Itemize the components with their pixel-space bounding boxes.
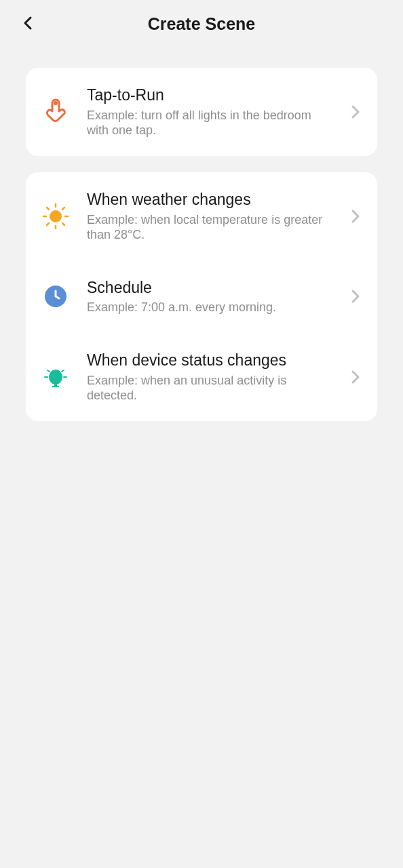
text-wrap: When device status changes Example: when…: [87, 351, 349, 403]
svg-point-1: [50, 210, 62, 222]
row-title: When weather changes: [87, 190, 328, 210]
svg-point-11: [49, 370, 62, 384]
chevron-right-icon: [349, 290, 362, 303]
device-icon: [41, 362, 71, 392]
row-title: Schedule: [87, 278, 328, 298]
svg-line-16: [47, 370, 50, 372]
svg-line-8: [47, 223, 49, 225]
content: Tap-to-Run Example: turn off all lights …: [0, 47, 403, 421]
row-weather[interactable]: When weather changes Example: when local…: [26, 172, 377, 260]
svg-line-7: [62, 223, 64, 225]
sun-icon: [41, 201, 71, 231]
row-tap-to-run[interactable]: Tap-to-Run Example: turn off all lights …: [26, 68, 377, 156]
row-subtitle: Example: when local temperature is great…: [87, 212, 328, 243]
row-schedule[interactable]: Schedule Example: 7:00 a.m. every mornin…: [26, 260, 377, 333]
text-wrap: Tap-to-Run Example: turn off all lights …: [87, 85, 349, 138]
svg-rect-13: [52, 386, 59, 387]
row-subtitle: Example: when an unusual activity is det…: [87, 373, 328, 403]
chevron-right-icon: [349, 210, 362, 223]
page-title: Create Scene: [14, 14, 389, 34]
svg-line-17: [62, 370, 64, 372]
chevron-right-icon: [349, 105, 362, 119]
row-subtitle: Example: 7:00 a.m. every morning.: [87, 300, 328, 315]
header: Create Scene: [0, 0, 403, 47]
card-tap-to-run: Tap-to-Run Example: turn off all lights …: [26, 68, 377, 156]
svg-rect-12: [54, 382, 57, 386]
text-wrap: Schedule Example: 7:00 a.m. every mornin…: [87, 278, 349, 315]
row-title: Tap-to-Run: [87, 85, 328, 105]
svg-line-9: [62, 208, 64, 210]
card-triggers: When weather changes Example: when local…: [26, 172, 377, 421]
svg-line-6: [47, 208, 49, 210]
text-wrap: When weather changes Example: when local…: [87, 190, 349, 243]
tap-icon: [41, 97, 71, 127]
svg-point-0: [54, 101, 58, 105]
row-subtitle: Example: turn off all lights in the bedr…: [87, 108, 328, 138]
clock-icon: [41, 281, 71, 311]
row-title: When device status changes: [87, 351, 328, 370]
chevron-right-icon: [349, 370, 362, 384]
row-device-status[interactable]: When device status changes Example: when…: [26, 333, 377, 421]
chevron-left-icon: [20, 15, 37, 31]
back-button[interactable]: [20, 15, 37, 31]
